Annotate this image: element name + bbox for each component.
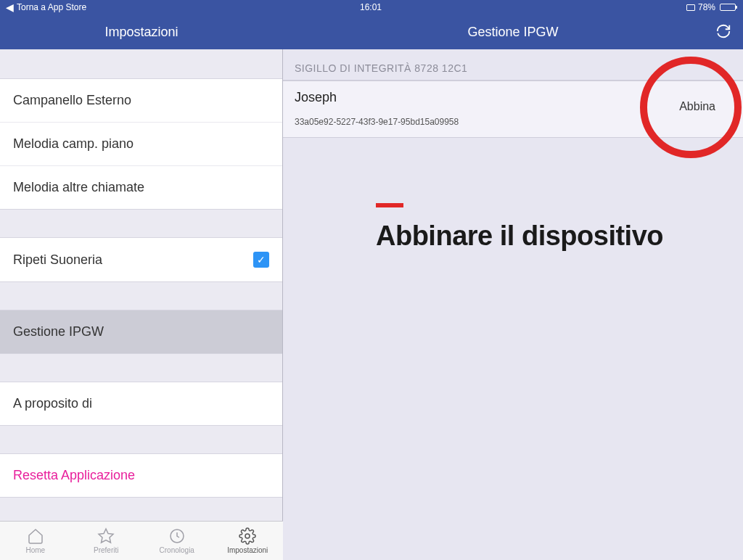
settings-group-ipgw: Gestione IPGW <box>0 310 282 354</box>
tab-label: Home <box>25 546 45 554</box>
svg-marker-0 <box>99 529 113 543</box>
tab-impostazioni[interactable]: Impostazioni <box>213 522 284 560</box>
settings-group-sounds: Campanello Esterno Melodia camp. piano M… <box>0 78 282 210</box>
tab-preferiti[interactable]: Preferiti <box>71 522 142 560</box>
setting-resetta-app[interactable]: Resetta Applicazione <box>0 454 282 497</box>
setting-label: Melodia altre chiamate <box>13 180 144 195</box>
setting-campanello-esterno[interactable]: Campanello Esterno <box>0 79 282 123</box>
tab-label: Cronologia <box>160 546 194 554</box>
battery-percent: 78% <box>698 2 715 12</box>
setting-label: Ripeti Suoneria <box>13 252 102 268</box>
setting-label: Melodia camp. piano <box>13 136 134 152</box>
tab-cronologia[interactable]: Cronologia <box>141 522 213 560</box>
overlay-caption: Abbinare il dispositivo <box>376 203 663 252</box>
tab-label: Preferiti <box>94 546 118 554</box>
pair-button[interactable]: Abbina <box>679 100 715 113</box>
back-to-appstore[interactable]: Torna a App Store <box>17 2 86 12</box>
tab-bar: Home Preferiti Cronologia <box>0 521 283 560</box>
home-icon <box>27 527 44 545</box>
setting-melodia-altre[interactable]: Melodia altre chiamate <box>0 166 282 209</box>
setting-label: Campanello Esterno <box>13 93 131 108</box>
battery-icon <box>720 4 736 11</box>
setting-ripeti-suoneria[interactable]: Ripeti Suoneria ✓ <box>0 238 282 281</box>
settings-group-about: A proposito di <box>0 382 282 426</box>
setting-gestione-ipgw[interactable]: Gestione IPGW <box>0 310 282 353</box>
status-time: 16:01 <box>360 2 382 12</box>
setting-label: Resetta Applicazione <box>13 468 135 483</box>
tab-home[interactable]: Home <box>0 522 71 560</box>
setting-label: A proposito di <box>13 396 92 411</box>
settings-master: Campanello Esterno Melodia camp. piano M… <box>0 0 283 560</box>
section-header: SIGILLO DI INTEGRITÀ 8728 12C1 <box>283 49 743 81</box>
clock-icon <box>168 527 186 545</box>
detail-pane: SIGILLO DI INTEGRITÀ 8728 12C1 Joseph 33… <box>283 0 743 560</box>
star-icon <box>97 527 115 545</box>
header-bar: Impostazioni Gestione IPGW <box>0 15 743 49</box>
overlay-title-text: Abbinare il dispositivo <box>376 221 663 252</box>
detail-title: Gestione IPGW <box>467 25 558 40</box>
status-bar: ◀ Torna a App Store 16:01 78% <box>0 0 743 15</box>
orientation-icon <box>686 4 695 11</box>
svg-point-2 <box>245 534 250 538</box>
refresh-button[interactable] <box>715 23 731 43</box>
device-uuid: 33a05e92-5227-43f3-9e17-95bd15a09958 <box>295 117 731 127</box>
settings-group-reset: Resetta Applicazione <box>0 453 282 498</box>
overlay-accent-bar <box>376 203 403 207</box>
refresh-icon <box>715 23 731 39</box>
tab-label: Impostazioni <box>227 546 268 554</box>
back-caret-icon[interactable]: ◀ <box>6 2 14 12</box>
master-title: Impostazioni <box>104 25 178 40</box>
setting-label: Gestione IPGW <box>13 324 104 339</box>
setting-melodia-piano[interactable]: Melodia camp. piano <box>0 123 282 166</box>
gear-icon <box>239 527 256 545</box>
device-name: Joseph <box>295 90 731 105</box>
device-card: Joseph 33a05e92-5227-43f3-9e17-95bd15a09… <box>283 81 743 138</box>
setting-a-proposito-di[interactable]: A proposito di <box>0 382 282 425</box>
settings-group-ripeti: Ripeti Suoneria ✓ <box>0 237 282 282</box>
checkbox-checked-icon[interactable]: ✓ <box>253 252 269 268</box>
